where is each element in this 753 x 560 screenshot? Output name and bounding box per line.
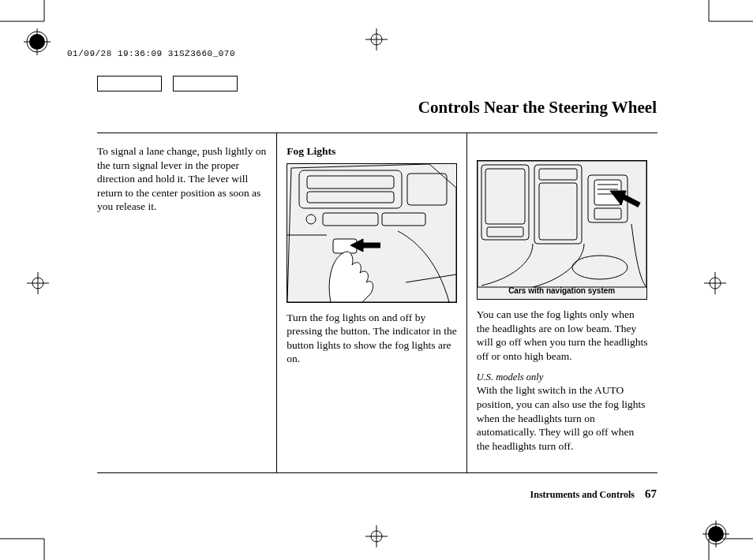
- us-models-note: U.S. models only: [477, 371, 648, 383]
- crosshair-icon: [704, 272, 726, 294]
- content-area: To signal a lane change, push lightly on…: [97, 133, 657, 473]
- fog-light-condition-text: You can use the fog lights only when the…: [477, 308, 648, 363]
- column-3: Cars with navigation system You can use …: [467, 133, 657, 472]
- fog-lights-heading: Fog Lights: [287, 144, 458, 159]
- page-title: Controls Near the Steering Wheel: [418, 98, 657, 118]
- footer-section: Instruments and Controls: [530, 489, 635, 500]
- fog-light-instruction: Turn the fog lights on and off by pressi…: [287, 311, 458, 366]
- footer-page-number: 67: [645, 487, 657, 500]
- page-footer: Instruments and Controls 67: [530, 487, 657, 501]
- fog-light-button-figure: [287, 163, 457, 303]
- crosshair-icon: [365, 525, 388, 547]
- fog-light-nav-figure: Cars with navigation system: [477, 160, 647, 300]
- crosshair-icon: [365, 28, 388, 50]
- crosshair-icon: [27, 272, 49, 294]
- registration-mark-icon: [702, 521, 729, 547]
- column-1: To signal a lane change, push lightly on…: [97, 133, 277, 472]
- print-stamp: 01/09/28 19:36:09 31SZ3660_070: [67, 49, 235, 58]
- figure-caption: Cars with navigation system: [478, 286, 646, 296]
- auto-switch-text: With the light switch in the AUTO positi…: [477, 383, 648, 453]
- header-placeholder-boxes: [97, 76, 249, 95]
- column-2: Fog Lights: [277, 133, 466, 472]
- lane-change-text: To signal a lane change, push lightly on…: [97, 144, 268, 214]
- registration-mark-icon: [24, 28, 51, 55]
